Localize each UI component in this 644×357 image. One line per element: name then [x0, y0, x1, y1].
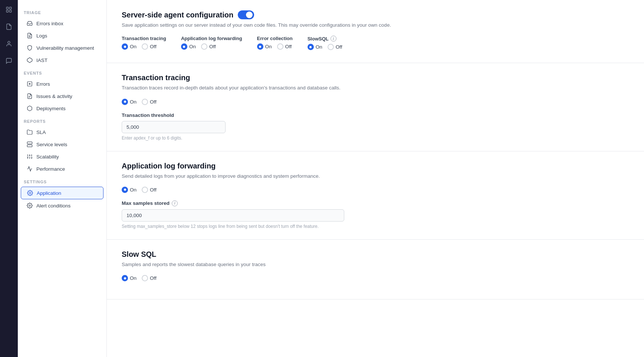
settings-icon	[27, 190, 33, 196]
server-slowsql-on[interactable]: On	[308, 44, 322, 50]
threshold-hint: Enter apdex_f or up to 6 digits.	[122, 135, 629, 141]
server-log-col: Application log forwarding On Off	[181, 36, 242, 50]
sidebar-item-iast[interactable]: IAST	[21, 54, 104, 66]
max-samples-info-icon: i	[172, 200, 178, 206]
inbox-icon	[27, 20, 33, 26]
radio-on-circle	[257, 43, 263, 50]
sidebar-item-scalability[interactable]: Scalability	[21, 151, 104, 163]
server-tracing-on[interactable]: On	[122, 43, 137, 50]
slow-sql-on[interactable]: On	[122, 275, 137, 281]
sidebar-item-errors-inbox[interactable]: Errors inbox	[21, 17, 104, 29]
sidebar-item-performance[interactable]: Performance	[21, 163, 104, 175]
slow-sql-section: Slow SQL Samples and reports the slowest…	[107, 240, 644, 299]
sidebar-item-label: SLA	[36, 130, 46, 135]
file-list-icon	[27, 93, 33, 99]
svg-marker-7	[27, 58, 32, 62]
app-log-toggle-row: On Off	[122, 187, 629, 193]
server-log-label: Application log forwarding	[181, 36, 242, 41]
threshold-label: Transaction threshold	[122, 112, 629, 118]
server-tracing-options: On Off	[122, 43, 166, 50]
server-tracing-off[interactable]: Off	[142, 43, 157, 50]
app-log-off[interactable]: Off	[142, 187, 157, 193]
server-tracing-col: Transaction tracing On Off	[122, 36, 166, 50]
sidebar: TRIAGE Errors inbox Logs Vulnerability m…	[18, 0, 107, 357]
sidebar-item-label: Service levels	[36, 142, 67, 147]
slowsql-info-icon: i	[331, 36, 336, 42]
server-side-config-section: Server-side agent configuration Save app…	[107, 0, 644, 63]
sidebar-item-alert-conditions[interactable]: Alert conditions	[21, 200, 104, 212]
svg-rect-14	[27, 145, 32, 147]
app-log-forwarding-desc: Send detailed logs from your application…	[122, 173, 629, 180]
svg-point-27	[29, 205, 30, 206]
radio-on-circle	[122, 43, 128, 50]
sidebar-item-label: Vulnerability management	[36, 45, 94, 51]
app-log-on[interactable]: On	[122, 187, 137, 193]
server-error-col: Error collection On Off	[257, 36, 293, 50]
hexagon-icon	[27, 57, 33, 63]
message-icon[interactable]	[4, 56, 14, 66]
server-tracing-label: Transaction tracing	[122, 36, 166, 41]
transaction-tracing-on[interactable]: On	[122, 99, 137, 105]
sidebar-item-logs[interactable]: Logs	[21, 30, 104, 42]
sidebar-item-label: Deployments	[36, 106, 66, 111]
svg-point-4	[8, 41, 10, 43]
sidebar-item-application[interactable]: Application	[21, 187, 104, 199]
file-text-icon	[27, 33, 33, 39]
server-icon	[27, 141, 33, 147]
section-settings: SETTINGS	[18, 175, 106, 186]
slow-sql-off[interactable]: Off	[142, 275, 157, 281]
radio-off-circle	[328, 44, 334, 50]
sidebar-item-vulnerability[interactable]: Vulnerability management	[21, 42, 104, 54]
max-samples-input[interactable]	[122, 209, 344, 222]
svg-rect-2	[6, 10, 8, 12]
sliders-icon	[27, 154, 33, 160]
sidebar-item-service-levels[interactable]: Service levels	[21, 138, 104, 150]
radio-off-circle	[142, 275, 148, 281]
server-error-on[interactable]: On	[257, 43, 272, 50]
server-slowsql-off[interactable]: Off	[328, 44, 342, 50]
svg-rect-1	[10, 7, 12, 9]
person-icon[interactable]	[4, 39, 14, 49]
activity-icon	[27, 166, 33, 172]
sidebar-item-label: Errors inbox	[36, 21, 63, 26]
server-error-off[interactable]: Off	[277, 43, 292, 50]
app-log-forwarding-title: Application log forwarding	[122, 162, 629, 170]
slow-sql-toggle-row: On Off	[122, 275, 629, 281]
radio-on-circle	[122, 275, 128, 281]
transaction-tracing-off[interactable]: Off	[142, 99, 157, 105]
section-triage: TRIAGE	[18, 6, 106, 17]
radio-on-circle	[122, 99, 128, 105]
max-samples-label: Max samples stored i	[122, 200, 629, 206]
sidebar-item-label: Issues & activity	[36, 94, 72, 99]
sidebar-item-issues[interactable]: Issues & activity	[21, 90, 104, 102]
server-log-on[interactable]: On	[181, 43, 196, 50]
document-icon[interactable]	[4, 22, 14, 32]
grid-icon[interactable]	[4, 4, 14, 15]
x-square-icon	[27, 81, 33, 87]
radio-on-circle	[308, 44, 314, 50]
shield-icon	[27, 45, 33, 51]
sidebar-item-sla[interactable]: SLA	[21, 126, 104, 138]
radio-off-circle	[277, 43, 283, 50]
sidebar-item-label: IAST	[36, 58, 47, 63]
server-log-off[interactable]: Off	[201, 43, 216, 50]
radio-off-circle	[142, 187, 148, 193]
radio-off-circle	[142, 99, 148, 105]
server-slowsql-col: SlowSQL i On Off	[308, 36, 342, 50]
server-side-toggle[interactable]	[238, 10, 254, 19]
server-slowsql-options: On Off	[308, 44, 342, 50]
sidebar-item-deployments[interactable]: Deployments	[21, 102, 104, 114]
sidebar-item-label: Alert conditions	[36, 203, 70, 209]
server-slowsql-label: SlowSQL i	[308, 36, 342, 42]
threshold-input[interactable]	[122, 121, 226, 133]
transaction-tracing-title: Transaction tracing	[122, 73, 629, 82]
transaction-tracing-section: Transaction tracing Transaction traces r…	[107, 63, 644, 151]
max-samples-hint: Setting max_samples_store below 12 stops…	[122, 224, 629, 229]
server-error-options: On Off	[257, 43, 293, 50]
radio-off-circle	[142, 43, 148, 50]
section-reports: REPORTS	[18, 115, 106, 126]
svg-point-26	[29, 192, 31, 194]
sidebar-item-label: Errors	[36, 81, 50, 87]
sidebar-item-errors[interactable]: Errors	[21, 78, 104, 90]
app-log-forwarding-section: Application log forwarding Send detailed…	[107, 151, 644, 240]
